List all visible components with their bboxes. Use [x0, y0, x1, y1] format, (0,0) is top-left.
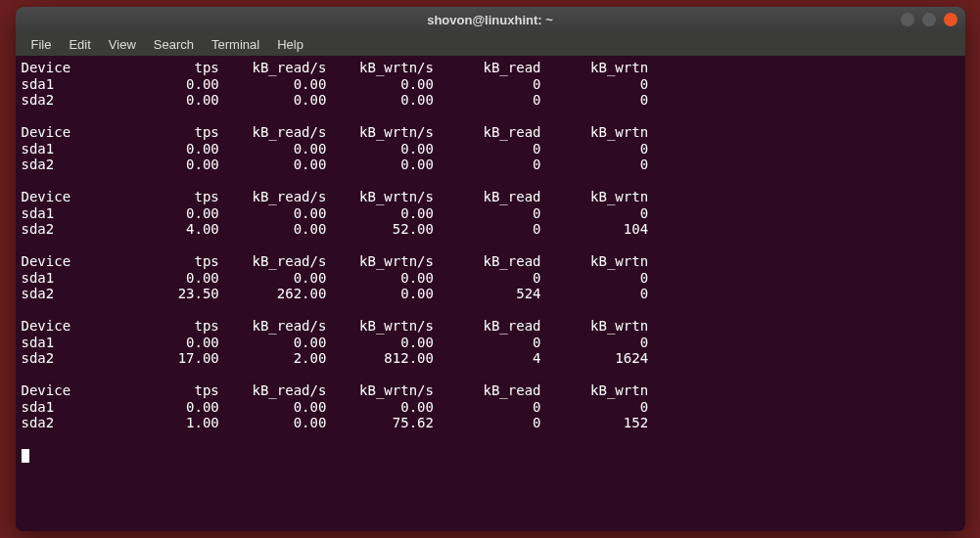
menu-help[interactable]: Help — [269, 35, 311, 54]
terminal-output[interactable]: Device tps kB_read/s kB_wrtn/s kB_read k… — [16, 56, 965, 531]
titlebar[interactable]: shovon@linuxhint: ~ — [16, 7, 965, 32]
close-button[interactable] — [944, 13, 957, 26]
window-controls — [901, 13, 957, 26]
menu-file[interactable]: File — [23, 35, 60, 54]
terminal-window: shovon@linuxhint: ~ File Edit View Searc… — [16, 7, 965, 531]
cursor — [22, 449, 29, 463]
menu-terminal[interactable]: Terminal — [204, 35, 267, 54]
minimize-button[interactable] — [901, 13, 914, 26]
menu-view[interactable]: View — [101, 35, 144, 54]
maximize-button[interactable] — [922, 13, 936, 26]
menu-edit[interactable]: Edit — [61, 35, 98, 54]
window-title: shovon@linuxhint: ~ — [427, 13, 553, 27]
menu-search[interactable]: Search — [146, 35, 202, 54]
menubar: File Edit View Search Terminal Help — [16, 32, 965, 56]
